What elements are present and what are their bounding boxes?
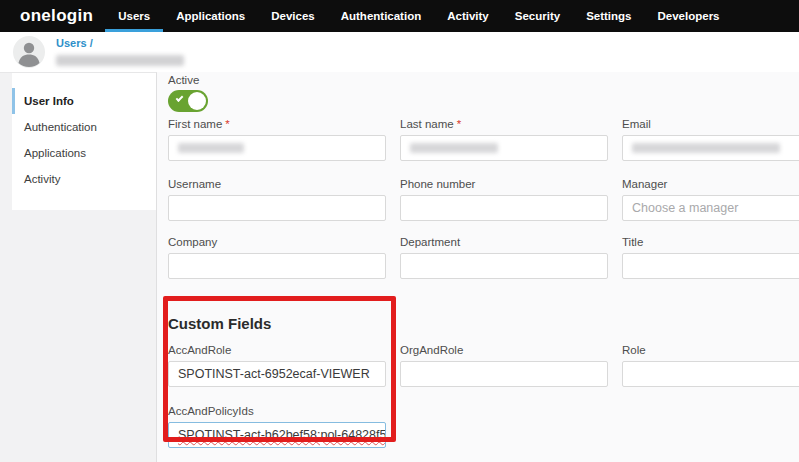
- sidebar-nav: User Info Authentication Applications Ac…: [12, 73, 156, 210]
- sidebar-item-user-info[interactable]: User Info: [12, 88, 156, 114]
- field-acc-and-role: AccAndRole SPOTINST-act-6952ecaf-VIEWER: [168, 344, 386, 387]
- redacted-value: [632, 143, 780, 153]
- field-last-name: Last name*: [400, 118, 608, 161]
- username-label: Username: [168, 178, 221, 190]
- phone-number-label: Phone number: [400, 178, 475, 190]
- acc-and-role-label: AccAndRole: [168, 344, 231, 356]
- last-name-input[interactable]: [400, 135, 608, 161]
- nav-tab-applications[interactable]: Applications: [163, 0, 258, 32]
- sidebar-item-applications[interactable]: Applications: [12, 140, 156, 166]
- field-acc-and-policy-ids: AccAndPolicyIds SPOTINST-act-b62bef58:po…: [168, 405, 386, 448]
- first-name-input[interactable]: [168, 135, 386, 161]
- user-avatar-icon: [12, 35, 46, 69]
- role-label: Role: [622, 344, 646, 356]
- acc-and-policy-ids-input[interactable]: SPOTINST-act-b62bef58:pol-64828f58: [168, 422, 386, 448]
- nav-tab-settings[interactable]: Settings: [573, 0, 644, 32]
- nav-tab-authentication[interactable]: Authentication: [328, 0, 435, 32]
- manager-placeholder: Choose a manager: [632, 201, 738, 215]
- required-marker: *: [457, 118, 461, 130]
- email-input[interactable]: [622, 135, 799, 161]
- department-label: Department: [400, 236, 460, 248]
- page-header: Users /: [0, 32, 799, 72]
- title-label: Title: [622, 236, 643, 248]
- nav-tab-security[interactable]: Security: [502, 0, 573, 32]
- acc-and-policy-ids-label: AccAndPolicyIds: [168, 405, 254, 417]
- acc-and-role-input[interactable]: SPOTINST-act-6952ecaf-VIEWER: [168, 361, 386, 387]
- breadcrumb-users-link[interactable]: Users /: [56, 37, 184, 49]
- username-input[interactable]: [168, 195, 386, 221]
- sidebar: User Info Authentication Applications Ac…: [0, 72, 157, 462]
- last-name-label: Last name: [400, 118, 454, 130]
- nav-tab-activity[interactable]: Activity: [434, 0, 502, 32]
- sidebar-item-authentication[interactable]: Authentication: [12, 114, 156, 140]
- active-toggle[interactable]: [168, 90, 208, 112]
- active-toggle-label: Active: [168, 74, 799, 86]
- nav-tab-users[interactable]: Users: [105, 0, 163, 32]
- company-input[interactable]: [168, 253, 386, 279]
- role-input[interactable]: [622, 361, 799, 387]
- field-phone-number: Phone number: [400, 178, 608, 221]
- onelogin-logo: onelogin: [20, 0, 93, 32]
- sidebar-item-activity[interactable]: Activity: [12, 166, 156, 192]
- field-org-and-role: OrgAndRole: [400, 344, 608, 387]
- toggle-knob: [188, 92, 206, 110]
- org-and-role-input[interactable]: [400, 361, 608, 387]
- user-info-form: Active First name* Last name* Email User…: [157, 72, 799, 462]
- company-label: Company: [168, 236, 217, 248]
- redacted-username: [56, 55, 184, 66]
- phone-number-input[interactable]: [400, 195, 608, 221]
- field-title: Title: [622, 236, 799, 279]
- title-input[interactable]: [622, 253, 799, 279]
- field-username: Username: [168, 178, 386, 221]
- breadcrumb: Users /: [56, 37, 184, 67]
- nav-tab-devices[interactable]: Devices: [258, 0, 327, 32]
- field-company: Company: [168, 236, 386, 279]
- department-input[interactable]: [400, 253, 608, 279]
- field-email: Email: [622, 118, 799, 161]
- field-manager: Manager Choose a manager: [622, 178, 799, 221]
- nav-tab-developers[interactable]: Developers: [645, 0, 733, 32]
- first-name-label: First name: [168, 118, 222, 130]
- field-role: Role: [622, 344, 799, 387]
- org-and-role-label: OrgAndRole: [400, 344, 463, 356]
- required-marker: *: [225, 118, 229, 130]
- top-nav-bar: onelogin Users Applications Devices Auth…: [0, 0, 799, 32]
- manager-label: Manager: [622, 178, 667, 190]
- check-icon: [176, 94, 184, 102]
- email-label: Email: [622, 118, 651, 130]
- redacted-value: [410, 143, 498, 153]
- field-department: Department: [400, 236, 608, 279]
- field-first-name: First name*: [168, 118, 386, 161]
- redacted-value: [178, 143, 244, 153]
- custom-fields-heading: Custom Fields: [168, 315, 799, 332]
- manager-select[interactable]: Choose a manager: [622, 195, 799, 221]
